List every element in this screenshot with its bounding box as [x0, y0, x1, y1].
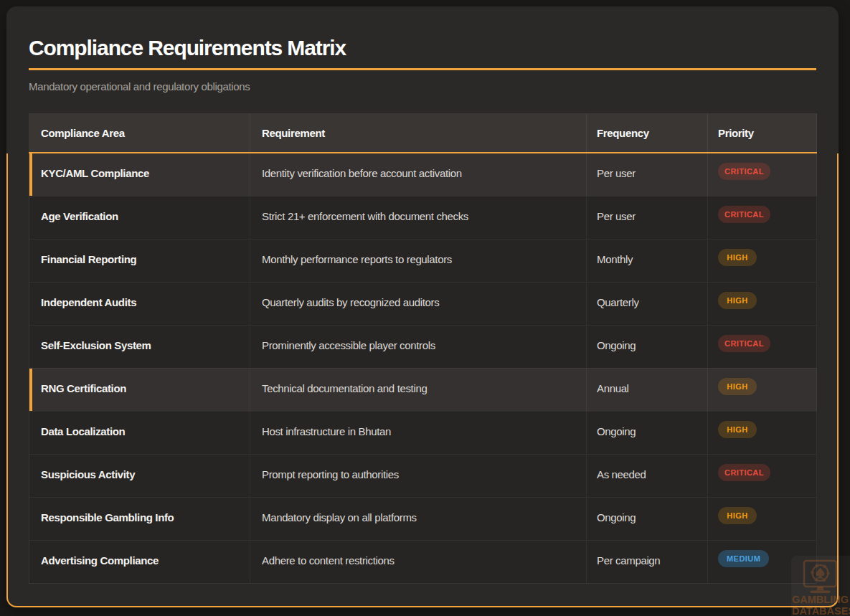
svg-text:GAMBLING: GAMBLING [792, 594, 849, 605]
svg-text:DATABASES: DATABASES [792, 605, 850, 616]
